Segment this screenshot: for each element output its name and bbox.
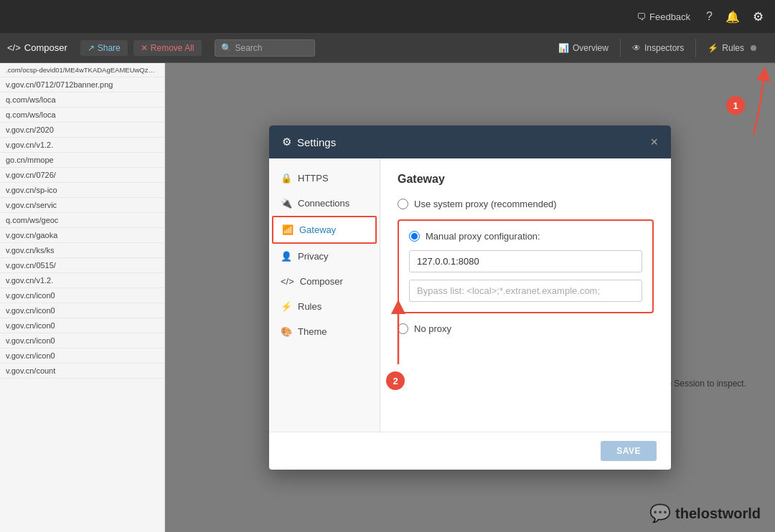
nav-item-theme[interactable]: 🎨 Theme [269, 319, 380, 344]
list-item[interactable]: v.gov.cn/count [0, 364, 164, 379]
nav-item-composer[interactable]: </> Composer [269, 269, 380, 294]
bypass-list-input[interactable] [409, 280, 642, 302]
tab-overview[interactable]: 📊 Overview [547, 39, 621, 57]
list-item[interactable]: v.gov.cn/2020 [0, 123, 164, 138]
nav-item-privacy[interactable]: 👤 Privacy [269, 244, 380, 269]
tab-bar: 📊 Overview 👁 Inspectors ⚡ Rules [547, 39, 768, 57]
annotation-badge-1: 1 [726, 96, 745, 115]
list-item[interactable]: v.gov.cn/icon0 [0, 303, 164, 318]
connections-icon: 🔌 [281, 198, 292, 209]
privacy-icon: 👤 [281, 251, 292, 262]
eye-icon: 👁 [632, 43, 641, 53]
list-item[interactable]: v.gov.cn/gaoka [0, 228, 164, 243]
lock-icon: 🔒 [281, 173, 292, 184]
list-item[interactable]: v.gov.cn/v1.2. [0, 138, 164, 153]
chart-icon: 📊 [558, 43, 569, 53]
rules-icon: ⚡ [281, 301, 292, 312]
remove-all-button[interactable]: ✕ Remove All [133, 40, 202, 56]
list-item[interactable]: .com/ocsp-devid01/ME4wTKADAgEAMEUwQzBBMA… [0, 63, 164, 77]
list-item[interactable]: q.com/ws/loca [0, 92, 164, 108]
list-item[interactable]: q.com/ws/geoc [0, 213, 164, 228]
main-area: .com/ocsp-devid01/ME4wTKADAgEAMEUwQzBBMA… [0, 63, 775, 532]
search-box[interactable]: 🔍 Search [215, 39, 315, 57]
composer-icon: </> [7, 42, 21, 53]
nav-item-https[interactable]: 🔒 HTTPS [269, 166, 380, 191]
list-item[interactable]: v.gov.cn/ks/ks [0, 243, 164, 258]
modal-close-button[interactable]: × [650, 136, 658, 148]
annotation-badge-2: 2 [386, 371, 405, 390]
save-button[interactable]: SAVE [601, 441, 657, 461]
manual-proxy-box: Manual proxy configuration: [398, 219, 654, 313]
share-button[interactable]: ↗ Share [80, 40, 128, 56]
list-item[interactable]: v.gov.cn/sp-ico [0, 183, 164, 198]
proxy-address-input[interactable] [409, 250, 642, 272]
settings-nav: 🔒 HTTPS 🔌 Connections 📶 Gateway 👤 Privac… [269, 158, 380, 432]
list-item[interactable]: v.gov.cn/servic [0, 198, 164, 213]
list-item[interactable]: v.gov.cn/icon0 [0, 348, 164, 364]
list-item[interactable]: v.gov.cn/icon0 [0, 318, 164, 333]
feedback-label: Feedback [649, 11, 690, 22]
gear-icon[interactable]: ⚙ [750, 6, 766, 27]
list-item[interactable]: v.gov.cn/0726/ [0, 168, 164, 183]
list-item[interactable]: go.cn/mmope [0, 153, 164, 168]
nav-item-connections[interactable]: 🔌 Connections [269, 191, 380, 216]
settings-modal: ⚙ Settings × 🔒 HTTPS 🔌 Connections [269, 125, 671, 470]
list-item[interactable]: v.gov.cn/0712/0712banner.png [0, 77, 164, 92]
x-icon: ✕ [141, 43, 148, 53]
manual-proxy-option[interactable]: Manual proxy configuration: [409, 231, 642, 242]
right-panel: se, select a single Web Session to inspe… [165, 63, 775, 532]
list-item[interactable]: v.gov.cn/0515/ [0, 258, 164, 273]
help-icon[interactable]: ? [703, 7, 715, 26]
list-item[interactable]: v.gov.cn/icon0 [0, 288, 164, 303]
rules-dot [751, 45, 756, 51]
system-proxy-option[interactable]: Use system proxy (recommended) [398, 199, 654, 209]
tab-inspectors[interactable]: 👁 Inspectors [621, 39, 696, 57]
list-item[interactable]: v.gov.cn/v1.2. [0, 273, 164, 288]
theme-icon: 🎨 [281, 326, 292, 337]
system-proxy-radio[interactable] [398, 199, 408, 209]
modal-body: 🔒 HTTPS 🔌 Connections 📶 Gateway 👤 Privac… [269, 158, 671, 432]
gateway-title: Gateway [398, 173, 654, 186]
wifi-icon: 📶 [282, 224, 293, 235]
no-proxy-radio[interactable] [398, 323, 408, 334]
bolt-icon: ⚡ [708, 43, 718, 53]
composer-label: </> Composer [7, 42, 67, 53]
top-bar-actions: 🗨 Feedback ? 🔔 ⚙ [631, 6, 766, 27]
feedback-button[interactable]: 🗨 Feedback [631, 9, 696, 25]
badge-1-container: 1 [726, 96, 745, 115]
composer-nav-icon: </> [281, 276, 294, 287]
no-proxy-option[interactable]: No proxy [398, 323, 654, 334]
settings-content: Gateway Use system proxy (recommended) M… [380, 158, 671, 432]
modal-title: ⚙ Settings [282, 136, 336, 148]
list-item[interactable]: q.com/ws/loca [0, 108, 164, 123]
gear-settings-icon: ⚙ [282, 136, 291, 148]
left-panel: .com/ocsp-devid01/ME4wTKADAgEAMEUwQzBBMA… [0, 63, 165, 532]
list-item[interactable]: v.gov.cn/icon0 [0, 333, 164, 348]
modal-header: ⚙ Settings × [269, 125, 671, 158]
share-icon: ↗ [88, 43, 95, 53]
tab-rules[interactable]: ⚡ Rules [696, 39, 768, 57]
second-bar: </> Composer ↗ Share ✕ Remove All 🔍 Sear… [0, 33, 775, 63]
bell-icon[interactable]: 🔔 [723, 7, 743, 27]
search-icon: 🔍 [221, 43, 232, 53]
modal-footer: SAVE [269, 432, 671, 470]
feedback-icon: 🗨 [637, 11, 646, 22]
badge-2-container: 2 [386, 371, 405, 390]
nav-item-gateway[interactable]: 📶 Gateway [272, 216, 377, 244]
top-bar: 🗨 Feedback ? 🔔 ⚙ [0, 0, 775, 33]
manual-proxy-radio[interactable] [409, 231, 420, 242]
nav-item-rules[interactable]: ⚡ Rules [269, 294, 380, 319]
